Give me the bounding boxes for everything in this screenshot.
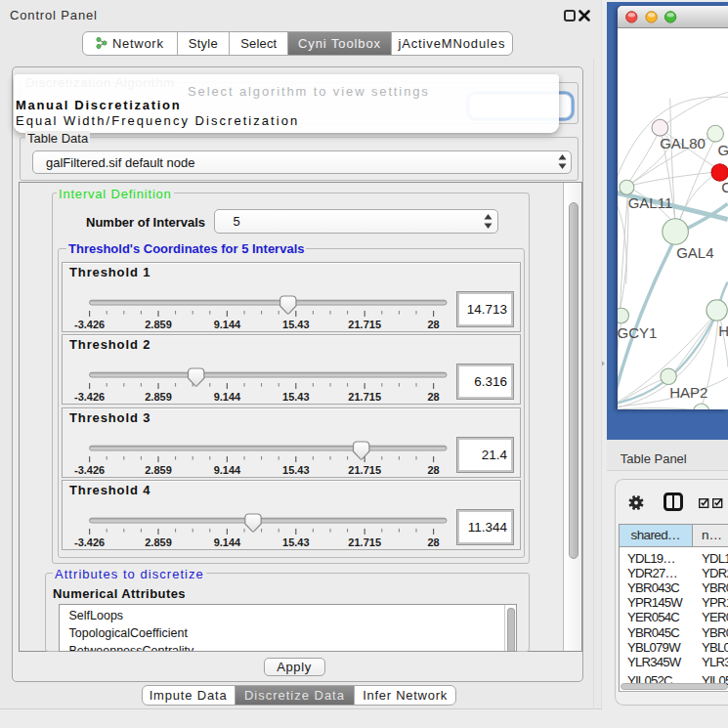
svg-text:28: 28: [427, 463, 439, 475]
svg-text:28: 28: [427, 391, 439, 403]
svg-text:GAL11: GAL11: [628, 194, 673, 211]
svg-text:HI: HI: [718, 322, 727, 339]
svg-text:GAL: GAL: [718, 142, 728, 158]
svg-text:HAP2: HAP2: [670, 384, 708, 401]
svg-text:2.859: 2.859: [145, 318, 172, 329]
svg-text:-3.426: -3.426: [74, 318, 105, 329]
svg-text:15.43: 15.43: [282, 536, 310, 548]
svg-text:GAL80: GAL80: [660, 135, 706, 151]
svg-text:15.43: 15.43: [282, 318, 310, 329]
svg-text:9.144: 9.144: [214, 318, 241, 329]
svg-text:GAL4: GAL4: [676, 243, 713, 260]
svg-text:CY: CY: [721, 179, 727, 195]
svg-text:2.859: 2.859: [145, 391, 172, 403]
svg-text:21.715: 21.715: [348, 318, 381, 329]
svg-text:9.144: 9.144: [214, 536, 241, 548]
svg-text:GCY1: GCY1: [618, 323, 657, 340]
svg-text:28: 28: [427, 318, 439, 329]
svg-text:-3.426: -3.426: [74, 536, 105, 548]
svg-text:-3.426: -3.426: [74, 463, 105, 475]
svg-text:-3.426: -3.426: [74, 391, 105, 403]
svg-text:2.859: 2.859: [145, 536, 172, 548]
svg-text:21.715: 21.715: [348, 391, 381, 403]
svg-text:15.43: 15.43: [282, 391, 310, 403]
svg-text:15.43: 15.43: [282, 463, 310, 475]
svg-text:28: 28: [427, 536, 439, 548]
svg-text:21.715: 21.715: [348, 463, 381, 475]
svg-text:9.144: 9.144: [214, 391, 241, 403]
svg-text:2.859: 2.859: [145, 463, 172, 475]
svg-text:21.715: 21.715: [348, 536, 381, 548]
svg-text:9.144: 9.144: [214, 463, 241, 475]
